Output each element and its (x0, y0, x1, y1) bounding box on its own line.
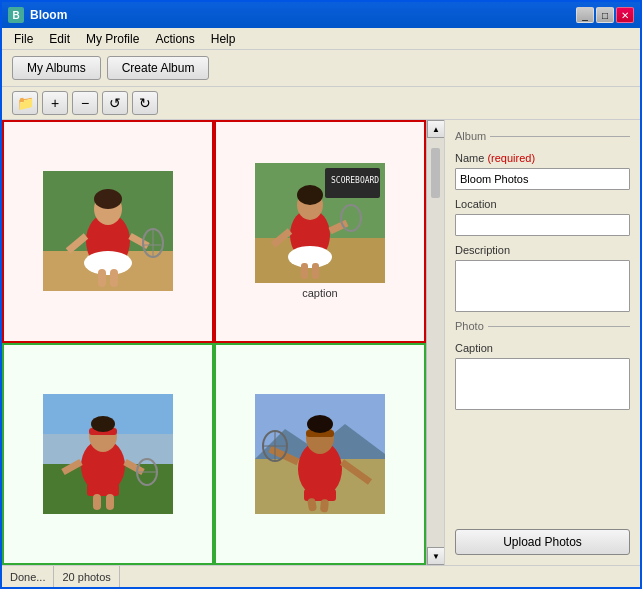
svg-point-10 (84, 251, 132, 275)
svg-rect-11 (98, 269, 106, 287)
photo-cell-1[interactable] (2, 120, 214, 343)
add-button[interactable]: + (42, 91, 68, 115)
menu-edit[interactable]: Edit (41, 30, 78, 48)
refresh-button[interactable]: ↺ (102, 91, 128, 115)
status-message: Done... (2, 566, 54, 587)
icon-toolbar: 📁 + − ↺ ↻ (2, 87, 640, 120)
svg-text:SCOREBOARD: SCOREBOARD (331, 176, 379, 185)
photo-image-3 (43, 394, 173, 514)
folder-icon: 📁 (17, 95, 34, 111)
location-label: Location (455, 198, 630, 210)
name-input[interactable] (455, 168, 630, 190)
upload-photos-button[interactable]: Upload Photos (455, 529, 630, 555)
svg-rect-38 (93, 494, 101, 510)
caption-field-group: Caption (455, 342, 630, 410)
refresh-icon: ↺ (109, 95, 121, 111)
menu-file[interactable]: File (6, 30, 41, 48)
toolbar: My Albums Create Album (2, 50, 640, 87)
photo-section-label: Photo (455, 320, 630, 332)
status-empty (120, 566, 640, 587)
photo-grid-wrapper: SCOREBOARD (2, 120, 444, 565)
menu-actions[interactable]: Actions (147, 30, 202, 48)
svg-rect-39 (106, 494, 114, 510)
scrollbar[interactable]: ▲ ▼ (426, 120, 444, 565)
photo-image-1 (43, 171, 173, 291)
scroll-up-button[interactable]: ▲ (427, 120, 444, 138)
svg-rect-37 (87, 484, 119, 496)
description-field-group: Description (455, 244, 630, 312)
photo-grid: SCOREBOARD (2, 120, 426, 565)
description-textarea[interactable] (455, 260, 630, 312)
svg-point-19 (297, 185, 323, 205)
name-field-group: Name (required) (455, 152, 630, 190)
svg-point-46 (307, 415, 333, 433)
name-label: Name (required) (455, 152, 630, 164)
create-album-button[interactable]: Create Album (107, 56, 210, 80)
scroll-down-button[interactable]: ▼ (427, 547, 444, 565)
location-input[interactable] (455, 214, 630, 236)
svg-point-32 (91, 416, 115, 432)
minimize-button[interactable]: _ (576, 7, 594, 23)
caption-label: Caption (455, 342, 630, 354)
svg-rect-52 (304, 489, 336, 501)
album-section-label: Album (455, 130, 630, 142)
caption-textarea[interactable] (455, 358, 630, 410)
album-panel: Album Name (required) Location Descripti… (445, 120, 640, 565)
photo-cell-4[interactable] (214, 343, 426, 566)
name-required: (required) (487, 152, 535, 164)
title-bar: B Bloom _ □ ✕ (2, 2, 640, 28)
window-title: Bloom (30, 8, 576, 22)
svg-point-4 (94, 189, 122, 209)
main-window: B Bloom _ □ ✕ File Edit My Profile Actio… (0, 0, 642, 589)
folder-icon-button[interactable]: 📁 (12, 91, 38, 115)
app-icon: B (8, 7, 24, 23)
photo-image-4 (255, 394, 385, 514)
status-bar: Done... 20 photos (2, 565, 640, 587)
photo-image-2: SCOREBOARD (255, 163, 385, 283)
photo-cell-3[interactable] (2, 343, 214, 566)
close-button[interactable]: ✕ (616, 7, 634, 23)
scroll-thumb[interactable] (431, 148, 440, 198)
svg-rect-25 (312, 263, 319, 279)
window-controls: _ □ ✕ (576, 7, 634, 23)
remove-icon: − (81, 95, 89, 111)
description-label: Description (455, 244, 630, 256)
add-icon: + (51, 95, 59, 111)
menu-bar: File Edit My Profile Actions Help (2, 28, 640, 50)
svg-point-23 (288, 246, 332, 268)
menu-my-profile[interactable]: My Profile (78, 30, 147, 48)
photo-area: SCOREBOARD (2, 120, 445, 565)
sync-button[interactable]: ↻ (132, 91, 158, 115)
photo-cell-2[interactable]: SCOREBOARD (214, 120, 426, 343)
svg-rect-24 (301, 263, 308, 279)
sync-icon: ↻ (139, 95, 151, 111)
main-content: SCOREBOARD (2, 120, 640, 565)
svg-rect-12 (110, 269, 118, 287)
my-albums-button[interactable]: My Albums (12, 56, 101, 80)
photo-caption-2: caption (302, 287, 337, 299)
location-field-group: Location (455, 198, 630, 236)
menu-help[interactable]: Help (203, 30, 244, 48)
maximize-button[interactable]: □ (596, 7, 614, 23)
photo-count: 20 photos (54, 566, 119, 587)
remove-button[interactable]: − (72, 91, 98, 115)
